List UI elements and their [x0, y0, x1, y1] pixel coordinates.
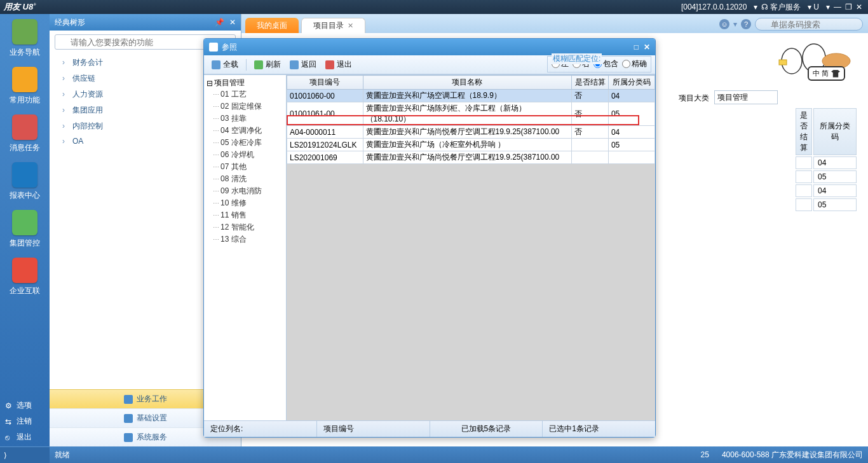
- grid-cell[interactable]: 黄圃壹加壹兴和广场（冷柜室外机异响 ）: [363, 139, 572, 151]
- tree-collapse-icon[interactable]: ⊟: [207, 79, 213, 88]
- grid-row[interactable]: LS202001069黄圃壹加壹兴和广场尚悦餐厅空调工程19.9.25(3871…: [287, 151, 655, 164]
- server-dropdown[interactable]: ▾: [754, 3, 757, 11]
- tree-child[interactable]: 07 其他: [213, 161, 283, 173]
- grid-cell[interactable]: 05: [608, 139, 654, 151]
- grid-cell[interactable]: [608, 151, 654, 164]
- grid-cell[interactable]: A04-0000011: [287, 126, 363, 139]
- btn-exit[interactable]: 退出: [322, 58, 356, 71]
- col-project-code[interactable]: 项目编号: [287, 76, 363, 90]
- grid-cell[interactable]: 黄圃壹加壹兴和广场尚悦餐厅空调工程19.9.25(387100.00: [363, 151, 572, 164]
- logout-icon: ⇆: [5, 417, 14, 426]
- grid-cell[interactable]: 04: [608, 90, 654, 102]
- tree-child[interactable]: 12 智能化: [213, 221, 283, 233]
- nav-logout[interactable]: ⇆注销: [0, 413, 50, 429]
- nav-group-control[interactable]: 集团管控: [0, 210, 50, 249]
- grid-cell[interactable]: 否: [572, 90, 608, 102]
- tree-child[interactable]: 01 工艺: [213, 88, 283, 100]
- grid-cell[interactable]: LS201912024LGLK: [287, 139, 363, 151]
- tree-child[interactable]: 08 清洗: [213, 173, 283, 185]
- col-classcode[interactable]: 所属分类码: [608, 76, 654, 90]
- nav-reports[interactable]: 报表中心: [0, 162, 50, 201]
- table-cell[interactable]: 04: [813, 156, 857, 169]
- status-num: 25: [701, 450, 709, 459]
- grid-cell[interactable]: 否: [572, 102, 608, 126]
- tree-close-icon[interactable]: ✕: [229, 18, 236, 27]
- nav-favorites[interactable]: 常用功能: [0, 67, 50, 106]
- tab-close-icon[interactable]: ✕: [348, 22, 353, 30]
- col-settle[interactable]: 是否结算: [796, 108, 812, 155]
- window-minimize[interactable]: —: [834, 3, 841, 11]
- smile-icon[interactable]: ☺: [719, 19, 729, 29]
- status-selected: 已选中1条记录: [543, 421, 655, 437]
- grid-row[interactable]: 01001061-00黄圃壹加壹兴和广场陈列柜、冷库工程（新场）（18.10.1…: [287, 102, 655, 126]
- tree-child[interactable]: 04 空调净化: [213, 125, 283, 137]
- grid-cell[interactable]: LS202001069: [287, 151, 363, 164]
- grid-cell[interactable]: 05: [608, 102, 654, 126]
- tree-child[interactable]: 10 维修: [213, 197, 283, 209]
- grid-cell[interactable]: 01001060-00: [287, 90, 363, 102]
- grid-cell[interactable]: 黄圃壹加壹兴和广场陈列柜、冷库工程（新场）（18.10.10）: [363, 102, 572, 126]
- col-settled[interactable]: 是否结算: [572, 76, 608, 90]
- grid-cell[interactable]: [572, 139, 608, 151]
- u-dropdown[interactable]: ▾: [826, 3, 830, 11]
- app-logo: 用友 U8+: [4, 1, 37, 13]
- tree-child[interactable]: 05 冷柜冷库: [213, 137, 283, 149]
- collapse-icon[interactable]: ⟩: [4, 451, 7, 460]
- status-company: 4006-600-588 广东爱科建设集团有限公司: [722, 450, 863, 460]
- grid-row[interactable]: LS201912024LGLK黄圃壹加壹兴和广场（冷柜室外机异响 ）05: [287, 139, 655, 151]
- grid-cell[interactable]: 04: [608, 126, 654, 139]
- window-close[interactable]: ✕: [856, 3, 862, 11]
- col-classcode[interactable]: 所属分类码: [813, 108, 857, 155]
- status-col-label: 定位列名:: [204, 421, 317, 437]
- shirt-icon: [831, 70, 840, 78]
- grid-cell[interactable]: [572, 151, 608, 164]
- customer-service[interactable]: 客户服务: [770, 2, 801, 13]
- barcode-search-input[interactable]: [755, 18, 863, 31]
- tab-project-directory[interactable]: 项目目录✕: [301, 18, 365, 33]
- load-icon: [212, 60, 220, 69]
- table-cell[interactable]: 05: [813, 198, 857, 211]
- u-label[interactable]: U: [813, 3, 819, 11]
- grid-cell[interactable]: 否: [572, 126, 608, 139]
- tree-child[interactable]: 03 挂靠: [213, 113, 283, 125]
- nav-messages[interactable]: 消息任务: [0, 114, 50, 153]
- tree-child[interactable]: 02 固定维保: [213, 100, 283, 113]
- nav-options[interactable]: ⚙选项: [0, 397, 50, 413]
- status-ready: 就绪: [55, 450, 701, 460]
- help-icon[interactable]: ?: [741, 19, 751, 29]
- status-loaded: 已加载5条记录: [430, 421, 543, 437]
- col-project-name[interactable]: 项目名称: [363, 76, 572, 90]
- dialog-maximize[interactable]: □: [634, 43, 639, 52]
- category-select[interactable]: 项目管理: [714, 90, 778, 104]
- dialog-close[interactable]: ✕: [644, 43, 650, 52]
- btn-full-load[interactable]: 全载: [208, 58, 242, 71]
- cs-dropdown[interactable]: ▾: [808, 3, 811, 11]
- support-icon[interactable]: ☊: [761, 3, 768, 11]
- grid-cell[interactable]: 黄圃壹加壹兴和广场空调工程（18.9.9）: [363, 90, 572, 102]
- grid-row[interactable]: 01001060-00黄圃壹加壹兴和广场空调工程（18.9.9）否04: [287, 90, 655, 102]
- tree-root[interactable]: 项目管理: [214, 78, 245, 88]
- grid-cell[interactable]: 01001061-00: [287, 102, 363, 126]
- tab-desktop[interactable]: 我的桌面: [245, 18, 299, 33]
- nav-enterprise[interactable]: 企业互联: [0, 258, 50, 296]
- pin-icon[interactable]: 📌: [215, 18, 224, 27]
- grid-cell[interactable]: 黄圃壹加壹兴和广场尚悦餐厅空调工程19.9.25(387100.00: [363, 126, 572, 139]
- btn-back[interactable]: 返回: [286, 58, 320, 71]
- window-restore[interactable]: ❐: [845, 3, 852, 11]
- reference-dialog: 参照 □ ✕ 全载 刷新 返回 退出 模糊匹配定位: 左 右 包含 精确 ⊟项目…: [203, 38, 656, 438]
- grid-row[interactable]: A04-0000011黄圃壹加壹兴和广场尚悦餐厅空调工程19.9.25(3871…: [287, 126, 655, 139]
- radio-exact[interactable]: 精确: [622, 59, 647, 69]
- dialog-grid: 项目编号 项目名称 是否结算 所属分类码 01001060-00黄圃壹加壹兴和广…: [287, 75, 655, 164]
- tree-child[interactable]: 09 水电消防: [213, 185, 283, 197]
- tab-bar: 我的桌面 项目目录✕ ☺▾ ? 🔍: [241, 14, 868, 33]
- btn-refresh[interactable]: 刷新: [250, 58, 285, 71]
- tree-child[interactable]: 13 综合: [213, 233, 283, 245]
- tree-child[interactable]: 06 冷焊机: [213, 149, 283, 161]
- nav-exit[interactable]: ⎋退出: [0, 429, 50, 445]
- nav-biz-guide[interactable]: 业务导航: [0, 19, 50, 58]
- tree-child[interactable]: 11 销售: [213, 209, 283, 221]
- smile-dropdown[interactable]: ▾: [733, 20, 737, 29]
- table-cell[interactable]: 04: [813, 184, 857, 197]
- table-cell[interactable]: 05: [813, 170, 857, 183]
- dialog-title: 参照: [222, 42, 237, 53]
